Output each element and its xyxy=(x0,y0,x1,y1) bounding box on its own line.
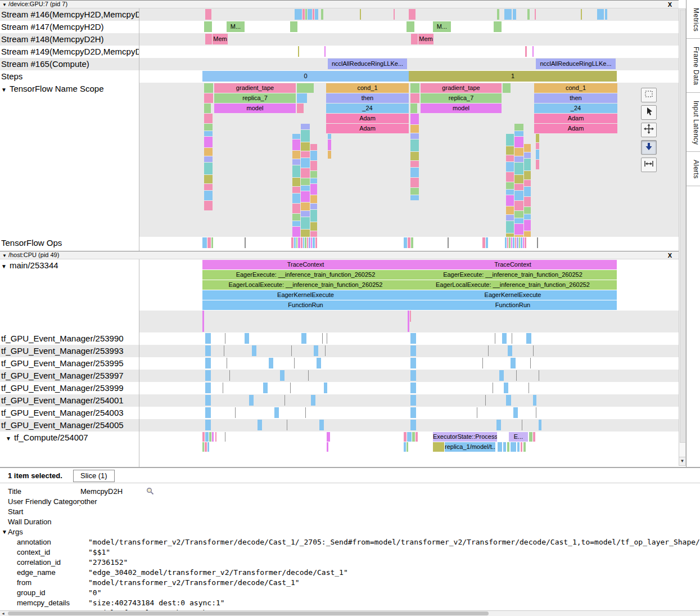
trace-event-eagerkernelexecute[interactable]: EagerKernelExecute xyxy=(409,290,617,300)
trace-event-bar[interactable] xyxy=(328,140,331,150)
trace-event-bar[interactable] xyxy=(529,383,529,393)
collapse-icon[interactable]: ▼ xyxy=(2,253,7,258)
trace-event-bar[interactable] xyxy=(305,9,307,20)
trace-event-bar[interactable] xyxy=(524,152,531,158)
trace-event-bar[interactable] xyxy=(205,442,207,452)
trace-event-bar[interactable] xyxy=(223,383,223,393)
trace-event-bar[interactable] xyxy=(514,156,523,162)
trace-event-bar[interactable] xyxy=(207,237,211,248)
trace-event-bar[interactable] xyxy=(204,21,212,32)
trace-event-bar[interactable] xyxy=(292,214,300,221)
trace-event-eagerlocalexecute-inference-train-function-260252[interactable]: EagerLocalExecute: __inference_train_fun… xyxy=(202,280,409,290)
track-area[interactable]: ncclAllReduceRingLLKe...ncclAllReduceRin… xyxy=(139,58,679,70)
trace-event-bar[interactable] xyxy=(313,9,314,20)
trace-event-bar[interactable] xyxy=(508,345,512,356)
trace-event-bar[interactable] xyxy=(410,195,419,200)
trace-event-bar[interactable] xyxy=(205,432,209,442)
trace-event-bar[interactable] xyxy=(225,333,225,344)
trace-event-bar[interactable] xyxy=(533,432,535,442)
trace-event-bar[interactable] xyxy=(521,237,522,248)
track-area[interactable] xyxy=(139,419,679,431)
trace-event-bar[interactable] xyxy=(229,370,230,381)
trace-event-bar[interactable] xyxy=(301,158,310,168)
trace-event-bar[interactable] xyxy=(280,370,284,381)
expander-icon[interactable]: ▼ xyxy=(1,87,7,93)
trace-event-bar[interactable] xyxy=(205,358,211,368)
trace-event-bar[interactable] xyxy=(301,124,310,129)
trace-event-bar[interactable] xyxy=(506,395,511,406)
trace-event-bar[interactable] xyxy=(502,333,507,344)
trace-event-bar[interactable] xyxy=(224,345,224,356)
trace-event-bar[interactable] xyxy=(404,432,407,442)
trace-event-bar[interactable] xyxy=(533,395,536,406)
trace-event-bar[interactable] xyxy=(524,144,531,152)
trace-event-bar[interactable] xyxy=(207,442,209,452)
trace-event-bar[interactable] xyxy=(514,175,523,183)
track-label[interactable]: tf_GPU_Event_Manager/253999 xyxy=(0,382,139,394)
trace-event-bar[interactable] xyxy=(311,237,312,248)
track-label[interactable]: Stream #148(MemcpyD2H) xyxy=(0,33,139,46)
trace-event-bar[interactable] xyxy=(319,420,324,430)
trace-event-bar[interactable] xyxy=(411,34,418,44)
scroll-left-arrow-icon[interactable]: ◄ xyxy=(1,611,5,616)
trace-event-bar[interactable] xyxy=(205,395,211,406)
trace-event-bar[interactable] xyxy=(301,168,310,178)
trace-event-bar[interactable] xyxy=(503,442,506,452)
trace-event-bar[interactable] xyxy=(209,432,211,442)
args-expander-icon[interactable]: ▼ xyxy=(2,529,7,535)
trace-event-bar[interactable] xyxy=(496,420,501,430)
trace-event-bar[interactable] xyxy=(514,184,523,190)
trace-event-bar[interactable] xyxy=(532,46,534,57)
trace-event-bar[interactable] xyxy=(321,9,323,20)
track-label[interactable]: tf_GPU_Event_Manager/253995 xyxy=(0,357,139,370)
track-label[interactable]: Stream #146(MemcpyH2D,MemcpyD2H) xyxy=(0,8,139,21)
trace-event-bar[interactable] xyxy=(287,420,287,430)
pointer-tool-button[interactable] xyxy=(641,105,657,120)
trace-event-bar[interactable] xyxy=(408,311,409,332)
trace-event-bar[interactable] xyxy=(488,345,489,356)
trace-event-bar[interactable] xyxy=(514,224,523,235)
trace-event-bar[interactable] xyxy=(292,151,300,159)
trace-event-bar[interactable] xyxy=(494,21,502,32)
trace-event-bar[interactable] xyxy=(506,172,514,182)
trace-event-bar[interactable] xyxy=(404,442,406,452)
trace-event-bar[interactable] xyxy=(205,420,211,430)
trace-event-bar[interactable] xyxy=(514,148,523,156)
trace-event-bar[interactable] xyxy=(524,214,531,219)
trace-event-adam[interactable]: Adam xyxy=(534,124,617,133)
trace-event-mem[interactable]: Mem xyxy=(213,34,228,44)
track-area[interactable] xyxy=(139,370,679,382)
trace-event-bar[interactable] xyxy=(212,432,214,442)
trace-event-bar[interactable] xyxy=(290,383,291,393)
trace-event-bar[interactable] xyxy=(597,9,604,20)
horizontal-scrollbar[interactable]: ◄ xyxy=(0,610,700,616)
trace-event-bar[interactable] xyxy=(204,124,213,131)
trace-event-bar[interactable] xyxy=(410,104,417,113)
trace-event-bar[interactable] xyxy=(509,237,511,248)
trace-event-bar[interactable] xyxy=(301,178,310,185)
trace-event-gradient-tape[interactable]: gradient_tape xyxy=(421,83,502,93)
trace-event-bar[interactable] xyxy=(309,237,310,248)
tab-frame-data[interactable]: Frame Data xyxy=(687,39,700,92)
trace-event-bar[interactable] xyxy=(517,237,518,248)
trace-event-m[interactable]: M... xyxy=(433,21,451,32)
track-area[interactable] xyxy=(139,345,679,357)
trace-event-bar[interactable] xyxy=(205,9,211,20)
trace-event-ncclallreduceringllke[interactable]: ncclAllReduceRingLLKe... xyxy=(328,59,407,69)
trace-event-bar[interactable] xyxy=(495,333,495,344)
vertical-scrollbar-thumb[interactable] xyxy=(680,10,686,443)
trace-event-bar[interactable] xyxy=(524,171,531,179)
trace-event-bar[interactable] xyxy=(205,370,211,381)
trace-event-bar[interactable] xyxy=(292,159,300,165)
trace-event-bar[interactable] xyxy=(523,442,526,452)
trace-event-bar[interactable] xyxy=(410,345,416,356)
track-label[interactable]: ▼main/253344 xyxy=(0,259,139,332)
trace-event-bar[interactable] xyxy=(505,237,507,248)
trace-event-m[interactable]: M... xyxy=(227,21,245,32)
trace-event-24[interactable]: _24 xyxy=(534,104,617,113)
trace-event-bar[interactable] xyxy=(211,237,213,248)
scroll-down-button[interactable]: ▼ xyxy=(679,457,685,465)
trace-event-bar[interactable] xyxy=(448,237,449,248)
trace-event-24[interactable]: _24 xyxy=(326,104,409,113)
track-area[interactable] xyxy=(139,357,679,370)
